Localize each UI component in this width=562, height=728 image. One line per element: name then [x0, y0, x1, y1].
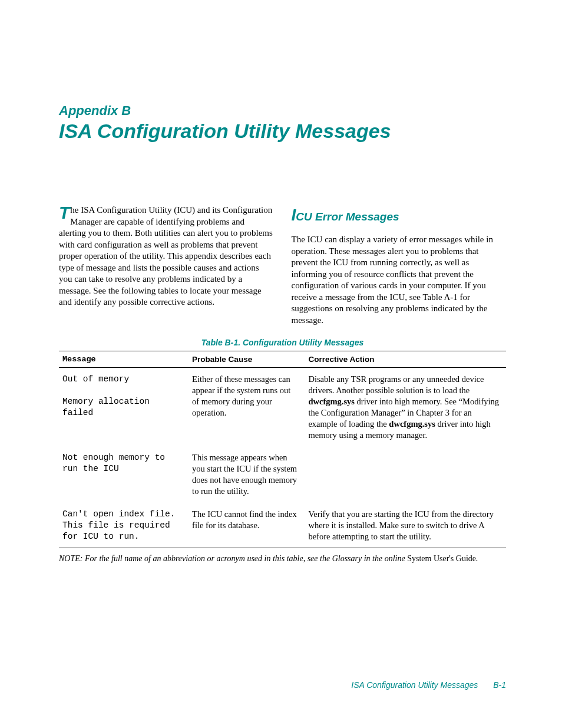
note-prefix: NOTE: For the full name of an abbreviati… [59, 554, 407, 563]
section-heading: ICU Error Messages [292, 205, 507, 226]
header-cause: Probable Cause [189, 351, 305, 368]
table-row: Can't open index file. This file is requ… [59, 503, 506, 548]
section-body: The ICU can display a variety of error m… [292, 234, 507, 326]
footer-page-number: B-1 [493, 680, 506, 690]
intro-paragraph: The ISA Configuration Utility (ICU) and … [59, 205, 274, 308]
note-guide-title: System User's Guide [407, 554, 476, 563]
messages-table: Message Probable Cause Corrective Action… [59, 351, 506, 548]
table-header-row: Message Probable Cause Corrective Action [59, 351, 506, 368]
table-row: Not enough memory to run the ICU This me… [59, 446, 506, 502]
intro-dropcap: T [59, 205, 70, 220]
table-note: NOTE: For the full name of an abbreviati… [59, 554, 506, 564]
header-action: Corrective Action [305, 351, 506, 368]
header-message: Message [59, 351, 189, 368]
intro-body-text: he ISA Configuration Utility (ICU) and i… [59, 205, 273, 307]
page-footer: ISA Configuration Utility Messages B-1 [351, 680, 506, 690]
cell-message: Can't open index file. This file is requ… [59, 503, 189, 548]
cell-action [305, 446, 506, 502]
table-row: Out of memory Memory allocation failed E… [59, 368, 506, 447]
cell-action: Verify that you are starting the ICU fro… [305, 503, 506, 548]
cell-cause: This message appears when you start the … [189, 446, 305, 502]
cell-action: Disable any TSR programs or any unneeded… [305, 368, 506, 447]
section-heading-rest: CU Error Messages [296, 210, 399, 223]
cell-message: Not enough memory to run the ICU [59, 446, 189, 502]
table-title: Table B-1. Configuration Utility Message… [59, 338, 506, 347]
note-suffix: . [476, 554, 478, 563]
appendix-label: Appendix B [59, 103, 506, 118]
footer-title: ISA Configuration Utility Messages [351, 680, 478, 690]
intro-columns: The ISA Configuration Utility (ICU) and … [59, 205, 506, 326]
intro-left-column: The ISA Configuration Utility (ICU) and … [59, 205, 274, 326]
intro-right-column: ICU Error Messages The ICU can display a… [292, 205, 507, 326]
main-title: ISA Configuration Utility Messages [59, 120, 506, 143]
cell-message: Out of memory Memory allocation failed [59, 368, 189, 447]
cell-cause: Either of these messages can appear if t… [189, 368, 305, 447]
page-container: Appendix B ISA Configuration Utility Mes… [0, 0, 562, 728]
cell-cause: The ICU cannot find the index file for i… [189, 503, 305, 548]
